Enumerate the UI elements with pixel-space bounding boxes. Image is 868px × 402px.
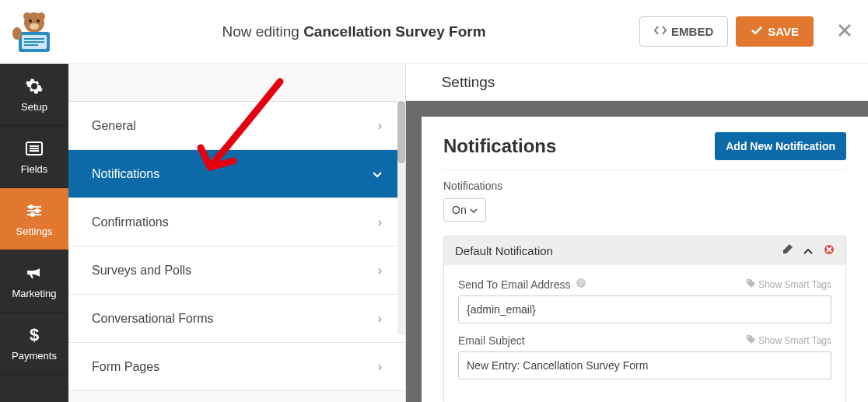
close-button[interactable] bbox=[829, 19, 860, 44]
sidebar-item-setup[interactable]: Setup bbox=[0, 64, 68, 126]
settings-row-label: Confirmations bbox=[92, 215, 169, 229]
chevron-right-icon: › bbox=[378, 312, 382, 326]
app-logo bbox=[0, 0, 68, 64]
svg-point-21 bbox=[31, 213, 34, 216]
subject-label: Email Subject bbox=[458, 334, 525, 347]
svg-point-2 bbox=[37, 12, 45, 20]
settings-row-formpages[interactable]: Form Pages › bbox=[68, 343, 405, 391]
settings-row-label: Notifications bbox=[92, 167, 159, 181]
settings-list: General › Notifications Confirmations › … bbox=[68, 101, 405, 391]
tag-icon bbox=[747, 335, 755, 346]
field-subject: Email Subject Show Smart Tags bbox=[458, 334, 831, 379]
svg-point-27 bbox=[748, 337, 750, 338]
code-icon bbox=[654, 25, 667, 38]
settings-column: General › Notifications Confirmations › … bbox=[68, 64, 406, 402]
chevron-right-icon: › bbox=[378, 215, 382, 229]
edit-icon[interactable] bbox=[782, 244, 793, 257]
settings-row-label: Form Pages bbox=[92, 360, 159, 374]
sidebar-label: Fields bbox=[21, 163, 48, 175]
svg-point-1 bbox=[23, 12, 31, 20]
list-icon bbox=[24, 138, 44, 159]
svg-point-4 bbox=[37, 19, 40, 23]
svg-point-26 bbox=[748, 280, 750, 281]
sidebar-item-marketing[interactable]: Marketing bbox=[0, 250, 68, 313]
smart-tags-label: Show Smart Tags bbox=[758, 335, 831, 346]
embed-label: EMBED bbox=[671, 25, 713, 38]
svg-point-11 bbox=[12, 27, 22, 40]
card-actions bbox=[782, 244, 835, 257]
svg-point-19 bbox=[36, 209, 39, 212]
settings-row-label: General bbox=[92, 119, 136, 133]
sidebar-item-settings[interactable]: Settings bbox=[0, 188, 68, 250]
sidebar-label: Settings bbox=[16, 225, 53, 237]
sidebar-label: Marketing bbox=[12, 288, 56, 299]
svg-point-17 bbox=[30, 205, 33, 208]
card-title: Default Notification bbox=[455, 244, 553, 257]
settings-row-label: Conversational Forms bbox=[92, 312, 214, 326]
panel-header: Notifications Add New Notification bbox=[443, 132, 846, 170]
dollar-icon: $ bbox=[24, 325, 44, 345]
header-title: Now editing Cancellation Survey Form bbox=[68, 23, 639, 40]
field-email: Send To Email Address ? Show Smart Tags bbox=[458, 278, 831, 323]
scrollbar-thumb[interactable] bbox=[397, 101, 405, 163]
sidebar-label: Payments bbox=[12, 350, 57, 362]
email-input[interactable] bbox=[458, 295, 831, 323]
smart-tags-link[interactable]: Show Smart Tags bbox=[747, 335, 831, 346]
check-icon bbox=[751, 25, 763, 38]
svg-point-3 bbox=[29, 19, 32, 23]
smart-tags-label: Show Smart Tags bbox=[758, 279, 831, 290]
chevron-right-icon: › bbox=[378, 264, 382, 278]
sidebar-label: Setup bbox=[21, 101, 47, 113]
toggle-value: On bbox=[452, 204, 467, 216]
embed-button[interactable]: EMBED bbox=[639, 16, 728, 47]
chevron-down-icon bbox=[373, 167, 382, 181]
svg-rect-8 bbox=[24, 38, 44, 40]
tag-icon bbox=[747, 279, 755, 290]
help-icon[interactable]: ? bbox=[576, 278, 586, 291]
subject-label-text: Email Subject bbox=[458, 334, 525, 347]
settings-row-general[interactable]: General › bbox=[68, 102, 405, 150]
sliders-icon bbox=[24, 201, 44, 221]
chevron-up-icon[interactable] bbox=[803, 244, 813, 257]
svg-rect-9 bbox=[24, 41, 44, 43]
email-label-text: Send To Email Address bbox=[458, 278, 571, 291]
header-prefix: Now editing bbox=[222, 23, 304, 40]
save-label: SAVE bbox=[768, 25, 799, 38]
toggle-label: Notifications bbox=[443, 180, 846, 192]
svg-point-5 bbox=[30, 23, 39, 30]
save-button[interactable]: SAVE bbox=[736, 16, 814, 47]
bullhorn-icon bbox=[24, 263, 44, 283]
chevron-down-icon bbox=[470, 204, 478, 216]
delete-icon[interactable] bbox=[824, 244, 835, 257]
settings-row-notifications[interactable]: Notifications bbox=[68, 150, 405, 198]
sidebar-item-payments[interactable]: $ Payments bbox=[0, 313, 68, 375]
left-sidebar: Setup Fields Settings Marketing $ Paymen… bbox=[0, 64, 68, 402]
svg-text:?: ? bbox=[579, 279, 583, 287]
svg-rect-10 bbox=[24, 44, 38, 46]
top-bar: Now editing Cancellation Survey Form EMB… bbox=[0, 0, 868, 64]
settings-row-confirmations[interactable]: Confirmations › bbox=[68, 198, 405, 246]
settings-row-conversational[interactable]: Conversational Forms › bbox=[68, 295, 405, 343]
settings-header-label: Settings bbox=[442, 74, 495, 91]
email-label: Send To Email Address ? bbox=[458, 278, 586, 291]
header-actions: EMBED SAVE bbox=[639, 16, 814, 47]
add-new-notification-button[interactable]: Add New Notification bbox=[715, 132, 846, 160]
sidebar-item-fields[interactable]: Fields bbox=[0, 126, 68, 188]
settings-row-label: Surveys and Polls bbox=[92, 264, 191, 278]
svg-text:$: $ bbox=[30, 326, 39, 344]
card-body: Send To Email Address ? Show Smart Tags bbox=[444, 265, 845, 402]
notifications-panel: Notifications Add New Notification Notif… bbox=[422, 117, 868, 402]
chevron-right-icon: › bbox=[378, 360, 382, 374]
card-header: Default Notification bbox=[444, 236, 845, 265]
gear-icon bbox=[24, 76, 44, 96]
preview-column: Notifications Add New Notification Notif… bbox=[406, 101, 868, 402]
subject-input[interactable] bbox=[458, 351, 831, 379]
form-name: Cancellation Survey Form bbox=[303, 23, 485, 40]
chevron-right-icon: › bbox=[378, 119, 382, 133]
notifications-toggle-select[interactable]: On bbox=[443, 198, 486, 222]
panel-title: Notifications bbox=[443, 135, 556, 157]
settings-row-surveys[interactable]: Surveys and Polls › bbox=[68, 246, 405, 295]
smart-tags-link[interactable]: Show Smart Tags bbox=[747, 279, 831, 290]
notification-card: Default Notification Send To Email Addre… bbox=[443, 236, 846, 402]
